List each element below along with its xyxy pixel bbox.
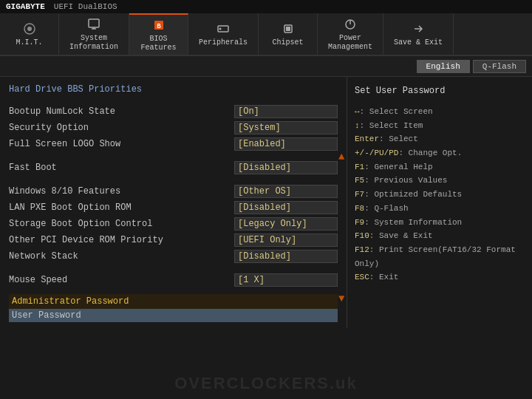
bios-row-storage-boot: Storage Boot Option Control[Legacy Only] [9,216,338,232]
brand-sub: UEFI DualBIOS [54,2,117,11]
content-wrapper: Hard Drive BBS PrioritiesBootup NumLock … [0,77,532,328]
bios-label-other-pci: Other PCI Device ROM Priority [9,235,234,245]
svg-rect-10 [286,27,290,31]
spacer-spacer2 [9,152,338,160]
tab-power[interactable]: PowerManagement [318,13,383,55]
help-line-F7: F7: Optimized Defaults [355,188,525,202]
bios-label-bootup-numlock: Bootup NumLock State [9,106,234,117]
navbar: M.I.T.SystemInformationBBIOSFeaturesPeri… [0,13,532,56]
tab-bios-icon: B [151,18,166,33]
right-panel: Set User Password ↔: Select Screen↕: Sel… [347,77,532,328]
tab-save-icon [411,21,426,36]
help-text: ↔: Select Screen↕: Select ItemEnter: Sel… [355,105,525,322]
bios-label-network-stack: Network Stack [9,251,234,262]
tab-chipset[interactable]: Chipset [259,13,318,55]
left-panel: Hard Drive BBS PrioritiesBootup NumLock … [0,77,347,328]
help-line-ESC: ESC: Exit [355,270,525,284]
bios-label-security-option: Security Option [9,123,234,133]
left-arrow-up: ▲ [338,151,344,163]
brand-name: GIGABYTE [6,2,45,11]
bios-row-mouse-speed: Mouse Speed[1 X] [9,272,338,288]
tab-peripherals-label: Peripherals [199,38,248,47]
spacer-spacer1 [9,96,338,103]
tab-bios-label: BIOSFeatures [141,35,177,52]
help-line-F10: F10: Save & Exit [355,229,525,243]
password-row-user-password[interactable]: User Password [9,309,338,322]
bios-row-lan-pxe: LAN PXE Boot Option ROM[Disabled] [9,200,338,216]
tab-power-icon [343,17,358,32]
password-section: Administrator PasswordUser Password [9,294,338,322]
tab-sysinfo-label: SystemInformation [69,34,118,52]
help-line-F12: F12: Print Screen(FAT16/32 Format Only) [355,243,525,270]
bios-row-fast-boot: Fast Boot[Disabled] [9,160,338,176]
tab-bios[interactable]: BBIOSFeatures [129,13,188,55]
spacer-spacer4 [9,265,338,272]
bios-value-storage-boot[interactable]: [Legacy Only] [234,217,338,231]
bios-row-hdd-priorities[interactable]: Hard Drive BBS Priorities [9,83,338,96]
help-title: Set User Password [355,86,525,96]
bios-row-security-option: Security Option[System] [9,120,338,136]
tab-save[interactable]: Save & Exit [383,13,454,55]
password-header: Administrator Password [9,294,338,309]
svg-text:B: B [157,23,161,30]
bios-value-lan-pxe[interactable]: [Disabled] [234,201,338,214]
bios-row-fullscreen-logo: Full Screen LOGO Show[Enabled] [9,136,338,152]
bios-value-network-stack[interactable]: [Disabled] [234,250,338,263]
bios-label-lan-pxe: LAN PXE Boot Option ROM [9,202,234,213]
bios-value-other-pci[interactable]: [UEFI Only] [234,233,338,247]
help-line-F9: F9: System Information [355,216,525,230]
help-line-F5: F5: Previous Values [355,174,525,188]
svg-point-1 [27,27,32,31]
langbar: English Q-Flash [0,56,532,77]
tab-mit-icon [22,21,37,36]
svg-rect-2 [89,19,99,27]
tab-peripherals-icon [216,21,231,36]
tab-mit-label: M.I.T. [16,38,42,47]
topbar: GIGABYTE UEFI DualBIOS [0,0,532,13]
tab-mit[interactable]: M.I.T. [0,13,59,55]
bios-row-win810: Windows 8/10 Features[Other OS] [9,183,338,200]
password-label-user-password: User Password [12,310,81,321]
tab-sysinfo[interactable]: SystemInformation [59,13,129,55]
bios-row-network-stack: Network Stack[Disabled] [9,248,338,265]
bios-label-fast-boot: Fast Boot [9,163,234,173]
help-line-Enter: Enter: Select [355,132,525,146]
bios-label-fullscreen-logo: Full Screen LOGO Show [9,139,234,149]
bios-value-security-option[interactable]: [System] [234,121,338,134]
help-line-↕: ↕: Select Item [355,119,525,133]
bios-value-bootup-numlock[interactable]: [On] [234,105,338,118]
bios-label-win810: Windows 8/10 Features [9,186,234,197]
bios-label-storage-boot: Storage Boot Option Control [9,219,234,229]
help-line-+/-/PU/PD: +/-/PU/PD: Change Opt. [355,146,525,160]
svg-point-8 [219,27,222,30]
left-arrow-down: ▼ [338,293,344,304]
qflash-button[interactable]: Q-Flash [473,60,526,73]
tab-chipset-icon [281,21,296,36]
tab-peripherals[interactable]: Peripherals [188,13,259,55]
tab-power-label: PowerManagement [328,34,372,52]
watermark: OVERCLOCKERS.uk [174,374,358,393]
help-line-F8: F8: Q-Flash [355,202,525,216]
bios-label-mouse-speed: Mouse Speed [9,275,234,285]
help-line-↔: ↔: Select Screen [355,105,525,119]
english-button[interactable]: English [417,60,470,73]
tab-sysinfo-icon [86,17,101,32]
bios-value-fast-boot[interactable]: [Disabled] [234,161,338,174]
bios-label-hdd-priorities: Hard Drive BBS Priorities [9,84,338,95]
help-line-F1: F1: General Help [355,160,525,174]
tab-chipset-label: Chipset [273,38,304,47]
bios-value-mouse-speed[interactable]: [1 X] [234,273,338,287]
bios-value-win810[interactable]: [Other OS] [234,185,338,198]
spacer-spacer3 [9,176,338,183]
bios-value-fullscreen-logo[interactable]: [Enabled] [234,137,338,151]
tab-save-label: Save & Exit [394,38,443,47]
bios-row-bootup-numlock: Bootup NumLock State[On] [9,103,338,120]
bios-row-other-pci: Other PCI Device ROM Priority[UEFI Only] [9,232,338,248]
